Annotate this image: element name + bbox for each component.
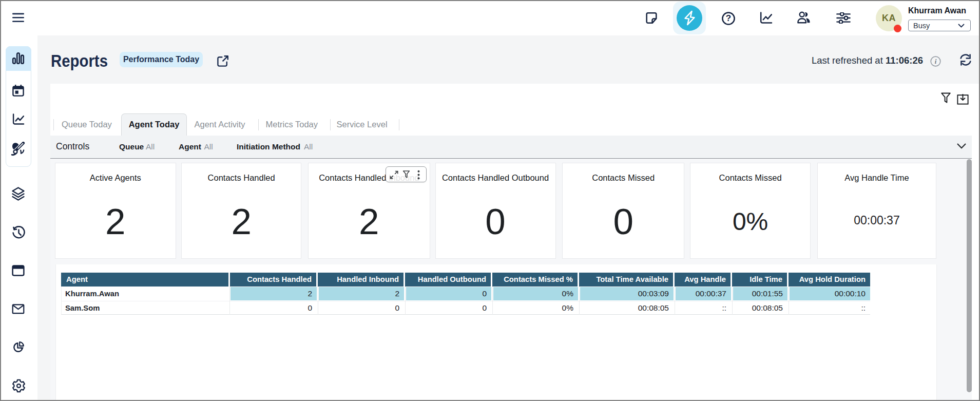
- svg-text:i: i: [935, 58, 937, 65]
- svg-text:?: ?: [726, 13, 731, 23]
